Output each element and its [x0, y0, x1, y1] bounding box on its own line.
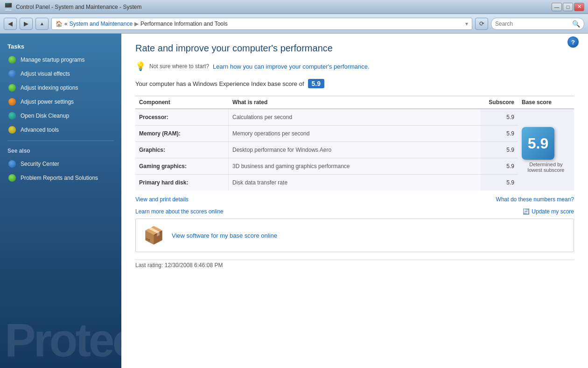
info-row: 💡 Not sure where to start? Learn how you…	[135, 61, 574, 71]
sidebar-item-problem-reports[interactable]: Problem Reports and Solutions	[0, 171, 121, 185]
what-mean-link[interactable]: What do these numbers mean?	[496, 196, 574, 203]
search-bar: 🔍	[491, 18, 584, 30]
sidebar-item-label-visual-effects: Adjust visual effects	[21, 71, 70, 77]
breadcrumb-icon: 🏠	[56, 21, 63, 27]
cell-component-2: Graphics:	[135, 142, 229, 158]
search-input[interactable]	[495, 21, 570, 27]
advanced-tools-icon	[7, 125, 17, 134]
title-bar-title: Control Panel - System and Maintenance -…	[16, 4, 141, 10]
breadcrumb: 🏠 « System and Maintenance ▶ Performance…	[51, 18, 472, 30]
cell-component-1: Memory (RAM):	[135, 126, 229, 142]
breadcrumb-root[interactable]: System and Maintenance	[70, 21, 133, 27]
sidebar-item-visual-effects[interactable]: Adjust visual effects	[0, 67, 121, 81]
sidebar-item-label-advanced-tools: Advanced tools	[21, 127, 59, 133]
col-basescore: Base score	[518, 96, 574, 109]
breadcrumb-current: Performance Information and Tools	[140, 21, 228, 27]
title-bar-controls: — □ ✕	[552, 3, 584, 11]
sidebar-item-label-problem-reports: Problem Reports and Solutions	[21, 175, 98, 181]
sidebar-item-label-disk-cleanup: Open Disk Cleanup	[21, 113, 69, 119]
cell-rated-0: Calculations per second	[229, 109, 481, 125]
close-button[interactable]: ✕	[574, 3, 584, 11]
sidebar-item-disk-cleanup[interactable]: Open Disk Cleanup	[0, 109, 121, 123]
page-title: Rate and improve your computer's perform…	[135, 43, 574, 54]
cell-subscore-2: 5.9	[481, 142, 518, 158]
cell-rated-4: Disk data transfer rate	[229, 175, 481, 191]
disk-cleanup-icon	[7, 111, 17, 120]
maximize-button[interactable]: □	[563, 3, 573, 11]
manage-startup-icon	[7, 55, 17, 64]
score-badge: 5.9	[308, 79, 324, 88]
info-text: Not sure where to start?	[149, 63, 209, 70]
content-scroll: Rate and improve your computer's perform…	[121, 34, 588, 368]
content-area: ? Rate and improve your computer's perfo…	[121, 34, 588, 368]
refresh-button[interactable]: ⟳	[475, 18, 488, 30]
visual-effects-icon	[7, 69, 17, 78]
sidebar-item-manage-startup[interactable]: Manage startup programs	[0, 53, 121, 67]
sidebar-item-advanced-tools[interactable]: Advanced tools	[0, 123, 121, 137]
learn-more-link[interactable]: Learn more about the scores online	[135, 208, 224, 215]
minimize-button[interactable]: —	[552, 3, 562, 11]
cell-component-0: Processor:	[135, 109, 229, 125]
cell-component-4: Primary hard disk:	[135, 175, 229, 191]
col-subscore: Subscore	[481, 96, 518, 109]
title-bar: 🖥️ Control Panel - System and Maintenanc…	[0, 0, 588, 14]
back-button[interactable]: ◀	[4, 18, 17, 30]
bottom-links: View and print details What do these num…	[135, 196, 574, 203]
breadcrumb-sep1: «	[64, 21, 68, 27]
cell-rated-2: Desktop performance for Windows Aero	[229, 142, 481, 158]
sidebar-item-power[interactable]: Adjust power settings	[0, 95, 121, 109]
tasks-title: Tasks	[0, 39, 121, 53]
breadcrumb-dropdown-icon[interactable]: ▾	[465, 21, 468, 27]
last-rating: Last rating: 12/30/2008 6:46:08 PM	[135, 260, 574, 269]
cell-subscore-4: 5.9	[481, 175, 518, 191]
software-icon: 📦	[143, 226, 164, 245]
bulb-icon: 💡	[135, 61, 146, 71]
sidebar-content: Tasks Manage startup programs Adjust vis…	[0, 34, 121, 191]
up-button[interactable]: ▲	[35, 18, 49, 30]
score-row: Your computer has a Windows Experience I…	[135, 79, 574, 88]
table-row: Primary hard disk: Disk data transfer ra…	[135, 175, 574, 191]
table-row: Processor: Calculations per second 5.9 5…	[135, 109, 574, 126]
update-score-link[interactable]: 🔄 Update my score	[523, 208, 574, 215]
col-rated: What is rated	[229, 96, 481, 109]
search-icon[interactable]: 🔍	[572, 20, 580, 28]
bottom-links-2: Learn more about the scores online 🔄 Upd…	[135, 208, 574, 215]
address-bar: ◀ ▶ ▲ 🏠 « System and Maintenance ▶ Perfo…	[0, 14, 588, 34]
software-box: 📦 View software for my base score online	[135, 219, 574, 252]
main-layout: Tasks Manage startup programs Adjust vis…	[0, 34, 588, 368]
col-component: Component	[135, 96, 229, 109]
title-bar-left: 🖥️ Control Panel - System and Maintenanc…	[4, 2, 141, 11]
table-row: Memory (RAM): Memory operations per seco…	[135, 126, 574, 142]
score-determined-label: Determined by lowest subscore	[522, 162, 570, 173]
info-link[interactable]: Learn how you can improve your computer'…	[213, 63, 370, 70]
help-button[interactable]: ?	[567, 36, 579, 48]
security-center-icon	[7, 159, 17, 169]
indexing-icon	[7, 83, 17, 92]
sidebar-item-label-manage-startup: Manage startup programs	[21, 57, 84, 63]
cell-subscore-3: 5.9	[481, 158, 518, 174]
sidebar-item-label-security-center: Security Center	[21, 161, 59, 167]
sidebar: Tasks Manage startup programs Adjust vis…	[0, 34, 121, 368]
cell-rated-1: Memory operations per second	[229, 126, 481, 142]
cell-rated-3: 3D business and gaming graphics performa…	[229, 158, 481, 174]
view-print-link[interactable]: View and print details	[135, 196, 189, 203]
update-icon: 🔄	[523, 208, 530, 215]
big-score-badge: 5.9	[522, 127, 554, 160]
performance-table: Component What is rated Subscore Base sc…	[135, 96, 574, 191]
sidebar-item-label-power: Adjust power settings	[21, 99, 74, 105]
breadcrumb-sep2: ▶	[134, 21, 139, 27]
table-row: Gaming graphics: 3D business and gaming …	[135, 158, 574, 175]
power-icon	[7, 97, 17, 106]
forward-button[interactable]: ▶	[20, 18, 33, 30]
sidebar-item-security-center[interactable]: Security Center	[0, 157, 121, 171]
cell-subscore-0: 5.9	[481, 109, 518, 125]
score-text: Your computer has a Windows Experience I…	[135, 80, 304, 87]
problem-reports-icon	[7, 173, 17, 183]
sidebar-divider	[7, 141, 114, 141]
watermark-text: Protect	[0, 317, 121, 368]
sidebar-item-indexing[interactable]: Adjust indexing options	[0, 81, 121, 95]
sidebar-watermark: Protect	[0, 228, 121, 368]
software-link[interactable]: View software for my base score online	[172, 232, 277, 239]
table-row: Graphics: Desktop performance for Window…	[135, 142, 574, 158]
sidebar-item-label-indexing: Adjust indexing options	[21, 85, 78, 91]
